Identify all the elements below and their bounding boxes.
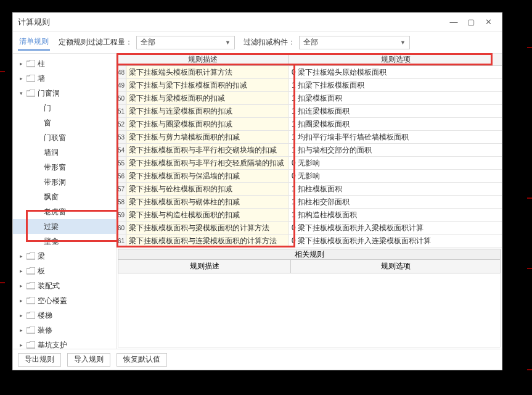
rule-opt-cell[interactable]: 0 梁下挂板模板面积并入梁模板面积计算 [289, 222, 502, 234]
table-row[interactable]: 50梁下挂板与梁模板面积的扣减1 扣梁模板面积 [117, 92, 502, 105]
grid-body[interactable]: 48梁下挂板端头模板面积计算方法0 梁下挂板端头原始模板面积49梁下挂板与梁下挂… [117, 66, 502, 247]
tree-item[interactable]: ▸柱 [13, 56, 116, 71]
tree-item[interactable]: 老虎窗 [13, 204, 116, 219]
tree-item[interactable]: 门联窗 [13, 130, 116, 145]
tree-item[interactable]: ▾门窗洞 [13, 86, 116, 101]
rule-desc-cell[interactable]: 梁下挂板模板面积与非平行相交砌块墙的扣减 [126, 144, 289, 156]
tree-item[interactable]: 过梁 [13, 219, 116, 234]
tree-item[interactable]: ▸板 [13, 264, 116, 278]
tree-item[interactable]: 墙洞 [13, 145, 116, 160]
tree-item-label: 柱 [38, 59, 45, 69]
export-button[interactable]: 导出规则 [18, 353, 61, 367]
tree-item[interactable]: 门 [13, 101, 116, 115]
category-tree[interactable]: ▸柱▸墙▾门窗洞门窗门联窗墙洞带形窗带形洞飘窗老虎窗过梁壁龛▸梁▸板▸装配式▸空… [13, 54, 117, 349]
rule-opt-cell[interactable]: 1 扣连梁模板面积 [289, 105, 502, 117]
rule-opt-cell[interactable]: 1 扣与墙相交部分的面积 [289, 144, 502, 156]
rule-desc-cell[interactable]: 梁下挂板模板面积与梁模板面积的计算方法 [126, 222, 289, 234]
rule-opt-cell[interactable]: 1 扣构造柱模板面积 [289, 209, 502, 221]
table-row[interactable]: 51梁下挂板与连梁模板面积的扣减1 扣连梁模板面积 [117, 105, 502, 118]
rule-opt-cell[interactable]: 1 扣梁下挂板模板面积 [289, 79, 502, 91]
folder-icon [27, 252, 35, 260]
import-button[interactable]: 导入规则 [67, 353, 110, 367]
rule-opt-cell[interactable]: 1 扣柱模板面积 [289, 183, 502, 195]
rule-desc-cell[interactable]: 梁下挂板端头模板面积计算方法 [126, 66, 289, 78]
related-rules-bar[interactable]: 相关规则 [118, 249, 501, 260]
tree-item[interactable]: ▸梁 [13, 249, 116, 264]
rule-desc-cell[interactable]: 梁下挂板与构造柱模板面积的扣减 [126, 209, 289, 221]
tree-item[interactable]: 带形窗 [13, 160, 116, 175]
rule-opt-cell[interactable]: 0 梁下挂板模板面积并入连梁模板面积计算 [289, 235, 502, 247]
restore-button[interactable]: 恢复默认值 [117, 353, 167, 367]
tree-item-label: 板 [38, 266, 45, 276]
expand-icon[interactable]: ▸ [18, 312, 24, 318]
expand-icon[interactable]: ▸ [18, 297, 24, 304]
expand-icon[interactable]: ▸ [18, 75, 24, 81]
expand-icon[interactable]: ▸ [18, 253, 24, 259]
filter-deduct-combo[interactable]: 全部▼ [299, 36, 410, 49]
rule-desc-cell[interactable]: 梁下挂板与剪力墙模板面积的扣减 [126, 131, 289, 143]
tree-item[interactable]: 壁龛 [13, 234, 116, 249]
folder-icon [27, 297, 35, 304]
rule-desc-cell[interactable]: 梁下挂板模板面积与砌体柱的扣减 [126, 196, 289, 208]
rule-opt-cell[interactable]: 0 无影响 [289, 170, 502, 182]
rule-opt-cell[interactable]: 1 扣柱相交部面积 [289, 196, 502, 208]
expand-icon[interactable]: ▸ [18, 268, 24, 274]
tree-item[interactable]: ▸空心楼盖 [13, 293, 116, 308]
expand-icon[interactable]: ▾ [18, 90, 24, 96]
table-row[interactable]: 49梁下挂板与梁下挂板模板面积的扣减1 扣梁下挂板模板面积 [117, 79, 502, 92]
titlebar: 计算规则 — ▢ ✕ [13, 13, 502, 31]
expand-icon[interactable]: ▸ [18, 60, 24, 67]
maximize-icon[interactable]: ▢ [462, 16, 480, 28]
tree-item[interactable]: 带形洞 [13, 175, 116, 189]
table-row[interactable]: 55梁下挂板模板面积与非平行相交轻质隔墙的扣减0 无影响 [117, 157, 502, 170]
table-row[interactable]: 54梁下挂板模板面积与非平行相交砌块墙的扣减1 扣与墙相交部分的面积 [117, 144, 502, 157]
table-row[interactable]: 48梁下挂板端头模板面积计算方法0 梁下挂板端头原始模板面积 [117, 66, 502, 79]
rule-opt-cell[interactable]: 1 扣梁模板面积 [289, 92, 502, 104]
tree-item[interactable]: ▸基坑支护 [13, 338, 116, 349]
rule-desc-cell[interactable]: 梁下挂板与梁下挂板模板面积的扣减 [126, 79, 289, 91]
row-index: 51 [117, 105, 126, 117]
table-row[interactable]: 52梁下挂板与圈梁模板面积的扣减1 扣圈梁模板面积 [117, 118, 502, 131]
table-row[interactable]: 61梁下挂板模板面积与连梁模板面积的计算方法0 梁下挂板模板面积并入连梁模板面积… [117, 235, 502, 247]
tree-item[interactable]: ▸装修 [13, 323, 116, 338]
rule-desc-cell[interactable]: 梁下挂板模板面积与保温墙的扣减 [126, 170, 289, 182]
filter-qty-combo[interactable]: 全部▼ [136, 36, 235, 49]
table-row[interactable]: 53梁下挂板与剪力墙模板面积的扣减1 均扣平行墙非平行墙砼墙模板面积 [117, 131, 502, 144]
rule-opt-cell[interactable]: 1 均扣平行墙非平行墙砼墙模板面积 [289, 131, 502, 143]
tree-item[interactable]: 飘窗 [13, 189, 116, 204]
table-row[interactable]: 60梁下挂板模板面积与梁模板面积的计算方法0 梁下挂板模板面积并入梁模板面积计算 [117, 222, 502, 235]
rule-desc-cell[interactable]: 梁下挂板与梁模板面积的扣减 [126, 92, 289, 104]
filter-qty-label: 定额规则过滤工程量： [59, 37, 133, 48]
rule-desc-cell[interactable]: 梁下挂板与砼柱模板面积的扣减 [126, 183, 289, 195]
rule-opt-cell[interactable]: 0 梁下挂板端头原始模板面积 [289, 66, 502, 78]
expand-icon[interactable]: ▸ [18, 342, 24, 348]
tree-item-label: 墙洞 [44, 148, 59, 158]
row-index: 58 [117, 196, 126, 208]
minimize-icon[interactable]: — [445, 16, 462, 28]
tree-item-label: 飘窗 [44, 192, 59, 202]
folder-icon [27, 282, 35, 289]
tree-item[interactable]: ▸楼梯 [13, 308, 116, 323]
rule-opt-cell[interactable]: 1 扣圈梁模板面积 [289, 118, 502, 130]
table-row[interactable]: 57梁下挂板与砼柱模板面积的扣减1 扣柱模板面积 [117, 183, 502, 196]
rule-opt-cell[interactable]: 0 无影响 [289, 157, 502, 169]
row-index: 48 [117, 66, 126, 78]
rule-desc-cell[interactable]: 梁下挂板与圈梁模板面积的扣减 [126, 118, 289, 130]
table-row[interactable]: 56梁下挂板模板面积与保温墙的扣减0 无影响 [117, 170, 502, 183]
expand-icon[interactable]: ▸ [18, 327, 24, 333]
row-index: 59 [117, 209, 126, 221]
related-col-desc: 规则描述 [118, 260, 291, 273]
rule-desc-cell[interactable]: 梁下挂板模板面积与非平行相交轻质隔墙的扣减 [126, 157, 289, 169]
tree-item[interactable]: ▸墙 [13, 71, 116, 86]
close-icon[interactable]: ✕ [480, 16, 497, 28]
expand-icon[interactable]: ▸ [18, 283, 24, 289]
grid-header: 规则描述 规则选项 [117, 54, 502, 66]
tab-list-rules[interactable]: 清单规则 [18, 34, 50, 51]
tree-item[interactable]: ▸装配式 [13, 278, 116, 293]
table-row[interactable]: 58梁下挂板模板面积与砌体柱的扣减1 扣柱相交部面积 [117, 196, 502, 209]
toolbar: 清单规则 定额规则过滤工程量： 全部▼ 过滤扣减构件： 全部▼ [13, 31, 502, 54]
rule-desc-cell[interactable]: 梁下挂板与连梁模板面积的扣减 [126, 105, 289, 117]
tree-item[interactable]: 窗 [13, 115, 116, 130]
rule-desc-cell[interactable]: 梁下挂板模板面积与连梁模板面积的计算方法 [126, 235, 289, 247]
table-row[interactable]: 59梁下挂板与构造柱模板面积的扣减1 扣构造柱模板面积 [117, 209, 502, 222]
